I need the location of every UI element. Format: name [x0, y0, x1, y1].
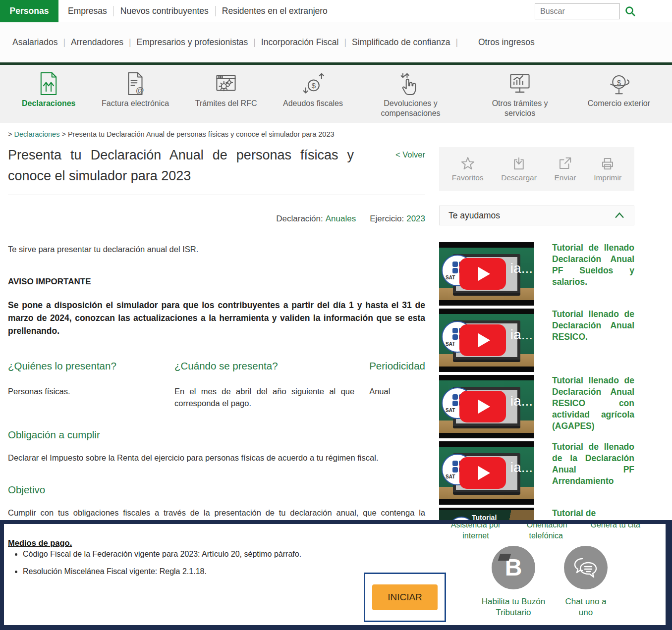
service-item-factura-electronica[interactable]: @ Factura electrónica	[102, 65, 169, 123]
back-link[interactable]: < Volver	[395, 150, 425, 187]
service-label: Adeudos fiscales	[283, 99, 343, 108]
iniciar-button-box: INICIAR	[364, 573, 446, 622]
info-column: ¿Quiénes lo presentan? Personas físicas.	[8, 360, 174, 409]
obligacion-heading: Obligación a cumplir	[8, 429, 425, 441]
column-heading: ¿Quiénes lo presentan?	[8, 360, 174, 372]
video-thumbnail[interactable]: SAT ia...	[439, 441, 534, 505]
play-button-icon[interactable]	[459, 324, 506, 356]
help-panel-toggle[interactable]: Te ayudamos	[439, 206, 634, 225]
video-row: SAT ia... Tutorial llenado de Declaració…	[439, 309, 634, 372]
favorites-button[interactable]: Favoritos	[452, 156, 484, 182]
video-thumbnail[interactable]: SAT ia...	[439, 242, 534, 306]
sub-nav-item[interactable]: Incorporación Fiscal	[261, 37, 352, 48]
search-area	[535, 0, 672, 22]
send-button[interactable]: Enviar	[555, 156, 576, 182]
objetivo-heading: Objetivo	[8, 484, 425, 496]
intro-text: Te sirve para presentar tu declaración a…	[8, 245, 425, 254]
debts-icon: $	[300, 70, 327, 97]
aviso-body: Se pone a disposición el simulador para …	[8, 299, 425, 338]
thumb-caption: ia...	[510, 327, 533, 343]
play-button-icon[interactable]	[459, 457, 506, 489]
service-label: Comercio exterior	[588, 99, 650, 108]
print-button[interactable]: Imprimir	[594, 156, 621, 182]
share-icon	[558, 156, 572, 171]
buzon-tributario-link[interactable]: B Habilita tu Buzón Tributario	[479, 546, 548, 618]
play-button-icon[interactable]	[459, 258, 506, 290]
service-item-otros-tramites[interactable]: Otros trámites y servicios	[478, 65, 561, 123]
obligacion-text: Declarar el Impuesto sobre la Renta del …	[8, 452, 425, 464]
download-button[interactable]: Descargar	[501, 156, 537, 182]
service-item-comercio-exterior[interactable]: $ Comercio exterior	[588, 65, 650, 123]
video-thumbnail[interactable]: SAT ia...	[439, 309, 534, 372]
action-label: Descargar	[501, 173, 537, 182]
service-item-declaraciones[interactable]: Declaraciones	[22, 65, 76, 123]
svg-text:$: $	[311, 81, 316, 90]
chevron-up-icon	[614, 211, 625, 219]
svg-text:@: @	[136, 86, 144, 95]
service-label: Factura electrónica	[102, 99, 169, 108]
service-label: Declaraciones	[22, 99, 76, 108]
top-nav-item-nuevos-contribuyentes[interactable]: Nuevos contribuyentes	[113, 6, 215, 16]
globe-icon: $	[606, 70, 632, 97]
video-label[interactable]: Tutorial llenado de Declaración Anual RE…	[552, 309, 634, 372]
video-thumbnail[interactable]: SAT ia...	[439, 375, 534, 438]
declarations-icon	[35, 70, 62, 97]
video-row: SAT ia... Tutorial de llenado de la Decl…	[439, 441, 634, 505]
hand-pointer-icon	[397, 70, 424, 97]
services-nav: Declaraciones @ Factura electrónica Trám…	[0, 65, 672, 123]
chat-icon	[564, 546, 608, 589]
assist-link[interactable]: Orientación telefónica	[527, 524, 565, 541]
service-label: Otros trámites y servicios	[478, 99, 561, 118]
top-nav-item-empresas[interactable]: Empresas	[61, 6, 113, 16]
search-input[interactable]	[535, 3, 620, 19]
article-column: Presenta tu Declaración Anual de persona…	[8, 144, 425, 574]
top-nav-item-residentes-extranjero[interactable]: Residentes en el extranjero	[215, 6, 334, 16]
buzon-label: Habilita tu Buzón Tributario	[480, 596, 547, 618]
service-item-tramites-rfc[interactable]: Trámites del RFC	[195, 65, 257, 123]
play-button-icon[interactable]	[459, 391, 506, 422]
search-icon[interactable]	[624, 5, 636, 17]
action-label: Imprimir	[594, 173, 621, 182]
aviso-title: AVISO IMPORTANTE	[8, 277, 425, 287]
declaration-meta: Declaración:Anuales Ejercicio:2023	[8, 214, 425, 224]
sub-nav-item[interactable]: Otros ingresos	[478, 37, 535, 48]
breadcrumb-link-declaraciones[interactable]: Declaraciones	[14, 130, 60, 138]
column-text: Personas físicas.	[8, 386, 160, 397]
sidebar-column: Favoritos Descargar Enviar	[439, 144, 634, 574]
service-item-devoluciones[interactable]: Devoluciones y compensaciones	[369, 65, 452, 123]
page-title: Presenta tu Declaración Anual de persona…	[8, 145, 354, 187]
chat-link[interactable]: Chat uno a uno	[551, 546, 620, 618]
info-column: Periodicidad Anual	[369, 360, 425, 409]
sub-nav-list: AsalariadosArrendadoresEmpresarios y pro…	[12, 37, 535, 48]
video-label[interactable]: Tutorial de llenado Declaración Anual PF…	[552, 242, 634, 306]
action-label: Favoritos	[452, 173, 484, 182]
payments-bullet-list: Código Fiscal de la Federación vigente p…	[11, 550, 301, 584]
sub-nav-item[interactable]: Asalariados	[12, 37, 71, 48]
iniciar-button[interactable]: INICIAR	[372, 584, 438, 610]
sub-nav-item[interactable]: Empresarios y profesionistas	[137, 37, 261, 48]
sub-nav: AsalariadosArrendadoresEmpresarios y pro…	[0, 22, 672, 62]
video-label[interactable]: Tutorial de llenado de la Declaración An…	[552, 441, 634, 505]
sub-nav-item[interactable]: Arrendadores	[71, 37, 137, 48]
thumb-caption: ia...	[510, 393, 533, 409]
service-item-adeudos-fiscales[interactable]: $ Adeudos fiscales	[283, 65, 343, 123]
top-nav: Personas Empresas Nuevos contribuyentes …	[0, 0, 672, 22]
invoice-icon: @	[122, 70, 149, 97]
contact-channels: B Habilita tu Buzón Tributario Chat uno …	[479, 546, 620, 618]
star-icon	[460, 156, 475, 171]
sat-portal-page: Personas Empresas Nuevos contribuyentes …	[0, 0, 672, 630]
assist-link[interactable]: Genera tu cita	[591, 524, 641, 541]
video-label[interactable]: Tutorial llenado de Declaración Anual RE…	[552, 375, 634, 438]
top-nav-links: Empresas Nuevos contribuyentes Residente…	[61, 0, 334, 22]
video-row: SAT ia... Tutorial llenado de Declaració…	[439, 375, 634, 438]
chat-label: Chat uno a uno	[561, 596, 611, 618]
sub-nav-item[interactable]: Simplificado de confianza	[352, 37, 463, 48]
ejercicio-value: 2023	[406, 214, 425, 223]
assist-link[interactable]: Asistencia por internet	[450, 524, 502, 541]
column-text: En el mes de abril del año siguiente al …	[174, 386, 354, 409]
action-bar: Favoritos Descargar Enviar	[439, 147, 634, 191]
buzon-icon: B	[492, 546, 535, 589]
breadcrumb-current: Presenta tu Declaración Anual de persona…	[68, 130, 335, 138]
payments-overlay: Medios de pago. Código Fiscal de la Fede…	[0, 520, 672, 630]
tab-personas[interactable]: Personas	[0, 0, 58, 22]
